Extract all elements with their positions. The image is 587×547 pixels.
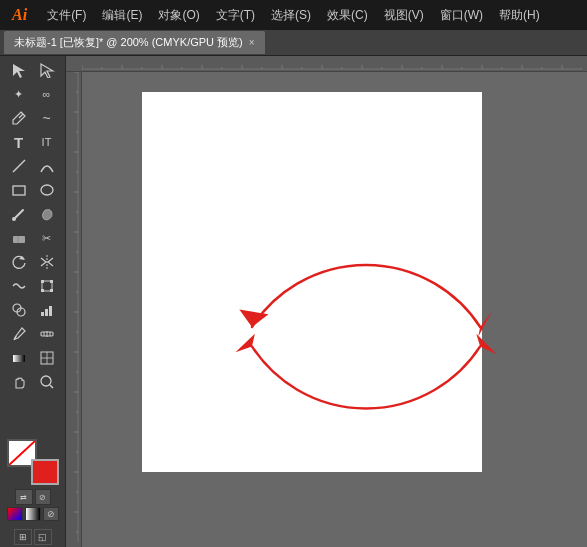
reflect-tool[interactable]	[33, 250, 61, 274]
swap-colors-button[interactable]: ⇄	[15, 489, 33, 505]
h-ruler-marks	[82, 57, 582, 71]
rectangle-tool[interactable]	[5, 178, 33, 202]
menu-file[interactable]: 文件(F)	[41, 5, 92, 26]
svg-rect-7	[13, 236, 25, 243]
color-section: ⇄ ⊘ ⊘	[2, 431, 63, 525]
horizontal-ruler	[66, 56, 587, 72]
gradient-mode-button[interactable]	[25, 507, 41, 521]
toolbar: ✦ ∞ ~ T IT	[0, 56, 66, 547]
hand-tool[interactable]	[5, 370, 33, 394]
tab-close-button[interactable]: ×	[249, 37, 255, 48]
main-layout: ✦ ∞ ~ T IT	[0, 56, 587, 547]
pen-tool[interactable]	[5, 106, 33, 130]
svg-rect-15	[50, 289, 53, 292]
menu-view[interactable]: 视图(V)	[378, 5, 430, 26]
none-mode-button[interactable]: ⊘	[43, 507, 59, 521]
svg-rect-14	[41, 289, 44, 292]
blob-brush-tool[interactable]	[33, 202, 61, 226]
mesh-tool[interactable]	[33, 346, 61, 370]
menu-effect[interactable]: 效果(C)	[321, 5, 374, 26]
measure-tool[interactable]	[33, 322, 61, 346]
gradient-tool[interactable]	[5, 346, 33, 370]
svg-rect-4	[13, 186, 25, 195]
svg-line-2	[19, 114, 23, 118]
svg-line-21	[14, 336, 16, 340]
svg-marker-86	[235, 334, 254, 352]
svg-line-31	[50, 385, 53, 388]
artboards-button[interactable]: ⊞	[14, 529, 32, 545]
svg-marker-88	[476, 334, 496, 354]
lasso-tool[interactable]: ∞	[33, 82, 61, 106]
no-color-button[interactable]: ⊘	[35, 489, 51, 505]
menu-object[interactable]: 对象(O)	[152, 5, 205, 26]
menu-type[interactable]: 文字(T)	[210, 5, 261, 26]
free-transform-tool[interactable]	[33, 274, 61, 298]
svg-point-6	[12, 217, 16, 221]
line-segment-tool[interactable]	[5, 154, 33, 178]
type-tool[interactable]: T	[5, 130, 33, 154]
stroke-swatch[interactable]	[31, 459, 59, 485]
canvas-surface[interactable]	[82, 72, 587, 547]
tab-title: 未标题-1 [已恢复]* @ 200% (CMYK/GPU 预览)	[14, 35, 243, 50]
rotate-tool[interactable]	[5, 250, 33, 274]
ellipse-tool[interactable]	[33, 178, 61, 202]
curvature-tool[interactable]: ~	[33, 106, 61, 130]
zoom-tool[interactable]	[33, 370, 61, 394]
title-bar: Ai 文件(F) 编辑(E) 对象(O) 文字(T) 选择(S) 效果(C) 视…	[0, 0, 587, 30]
v-ruler-marks	[66, 72, 80, 542]
svg-rect-18	[41, 312, 44, 316]
app-logo: Ai	[8, 4, 31, 26]
svg-point-5	[41, 185, 53, 195]
svg-marker-0	[13, 64, 25, 78]
arc-tool[interactable]	[33, 154, 61, 178]
tab-bar: 未标题-1 [已恢复]* @ 200% (CMYK/GPU 预览) ×	[0, 30, 587, 56]
svg-point-30	[41, 376, 51, 386]
touch-type-tool[interactable]: IT	[33, 130, 61, 154]
active-tab[interactable]: 未标题-1 [已恢复]* @ 200% (CMYK/GPU 预览) ×	[4, 31, 265, 54]
menu-window[interactable]: 窗口(W)	[434, 5, 489, 26]
svg-rect-20	[49, 306, 52, 316]
svg-rect-12	[41, 280, 44, 283]
svg-line-3	[13, 160, 25, 172]
eyedropper-tool[interactable]	[5, 322, 33, 346]
color-mode-button[interactable]	[7, 507, 23, 521]
canvas-body	[66, 72, 587, 547]
paintbrush-tool[interactable]	[5, 202, 33, 226]
menu-edit[interactable]: 编辑(E)	[96, 5, 148, 26]
artwork-svg	[82, 72, 587, 547]
magic-wand-tool[interactable]: ✦	[5, 82, 33, 106]
shape-builder-tool[interactable]	[5, 298, 33, 322]
vertical-ruler	[66, 72, 82, 547]
eraser-tool[interactable]	[5, 226, 33, 250]
menu-select[interactable]: 选择(S)	[265, 5, 317, 26]
scissors-tool[interactable]: ✂	[33, 226, 61, 250]
direct-select-tool[interactable]	[33, 58, 61, 82]
svg-rect-26	[13, 355, 25, 362]
svg-rect-19	[45, 309, 48, 316]
warp-tool[interactable]	[5, 274, 33, 298]
svg-marker-1	[41, 64, 53, 78]
drawing-modes-button[interactable]: ◱	[34, 529, 52, 545]
chart-tool[interactable]	[33, 298, 61, 322]
menu-help[interactable]: 帮助(H)	[493, 5, 546, 26]
svg-marker-87	[478, 311, 492, 336]
svg-rect-13	[50, 280, 53, 283]
canvas-area	[66, 56, 587, 547]
menu-bar: 文件(F) 编辑(E) 对象(O) 文字(T) 选择(S) 效果(C) 视图(V…	[41, 5, 546, 26]
select-tool[interactable]	[5, 58, 33, 82]
